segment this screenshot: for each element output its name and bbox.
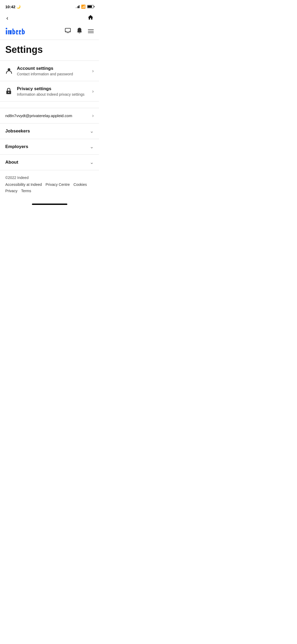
svg-rect-11: [19, 30, 21, 31]
footer-links-row1: Accessibility at Indeed Privacy Centre C…: [5, 182, 94, 187]
account-settings-chevron: ›: [92, 68, 94, 74]
about-item[interactable]: About ⌄: [0, 155, 99, 170]
svg-point-18: [8, 92, 9, 93]
header-row: [0, 25, 99, 40]
messages-icon[interactable]: [65, 27, 71, 35]
lock-icon: [5, 88, 15, 95]
footer-copyright: ©2022 Indeed: [5, 176, 94, 180]
indeed-logo[interactable]: [5, 27, 32, 35]
jobseekers-item[interactable]: Jobseekers ⌄: [0, 123, 99, 139]
email-label: nd8n7vvydt@privaterelay.appleid.com: [5, 113, 72, 118]
privacy-settings-item[interactable]: Privacy settings Information about Indee…: [0, 81, 99, 102]
svg-point-16: [8, 68, 10, 71]
account-settings-title: Account settings: [17, 66, 92, 71]
privacy-settings-content: Privacy settings Information about Indee…: [17, 86, 92, 96]
status-time: 10:42 🌙: [5, 4, 21, 9]
svg-rect-4: [12, 29, 13, 34]
svg-rect-2: [8, 30, 9, 34]
footer: ©2022 Indeed Accessibility at Indeed Pri…: [0, 170, 99, 201]
svg-rect-13: [22, 29, 23, 34]
privacy-settings-subtitle: Information about Indeed privacy setting…: [17, 92, 92, 96]
cookies-link[interactable]: Cookies: [73, 182, 87, 187]
privacy-centre-link[interactable]: Privacy Centre: [46, 182, 70, 187]
moon-icon: 🌙: [16, 5, 21, 9]
status-bar: 10:42 🌙 📶: [0, 0, 99, 12]
jobseekers-label: Jobseekers: [5, 128, 30, 134]
privacy-link[interactable]: Privacy: [5, 189, 17, 193]
employers-chevron: ⌄: [90, 144, 94, 150]
home-indicator: [0, 201, 99, 207]
svg-rect-3: [11, 30, 12, 34]
accessibility-link[interactable]: Accessibility at Indeed: [5, 182, 42, 187]
status-icons: 📶: [76, 4, 94, 9]
about-label: About: [5, 160, 18, 165]
account-settings-item[interactable]: Account settings Contact information and…: [0, 61, 99, 81]
person-icon: [5, 67, 15, 75]
page-title: Settings: [0, 40, 99, 61]
menu-icon[interactable]: [88, 29, 94, 33]
home-button[interactable]: [87, 14, 94, 22]
time-display: 10:42: [5, 4, 15, 9]
account-settings-subtitle: Contact information and password: [17, 72, 92, 76]
employers-item[interactable]: Employers ⌄: [0, 139, 99, 155]
about-chevron: ⌄: [90, 159, 94, 165]
svg-point-1: [6, 28, 7, 29]
employers-label: Employers: [5, 144, 28, 149]
back-button[interactable]: ‹: [5, 14, 9, 23]
home-indicator-bar: [32, 204, 67, 205]
jobseekers-chevron: ⌄: [90, 128, 94, 134]
notifications-icon[interactable]: [76, 27, 83, 35]
privacy-settings-chevron: ›: [92, 89, 94, 94]
svg-rect-8: [16, 34, 18, 34]
battery-icon: [87, 5, 94, 8]
svg-rect-0: [6, 30, 7, 34]
nav-row: ‹: [0, 12, 99, 25]
account-settings-content: Account settings Contact information and…: [17, 66, 92, 76]
email-chevron: ›: [92, 113, 94, 118]
email-item[interactable]: nd8n7vvydt@privaterelay.appleid.com ›: [0, 108, 99, 123]
signal-icon: [76, 5, 79, 8]
header-icons: [65, 27, 94, 35]
svg-rect-12: [19, 34, 21, 34]
footer-links-row2: Privacy Terms: [5, 189, 94, 193]
section-gap: [0, 102, 99, 108]
privacy-settings-title: Privacy settings: [17, 86, 92, 92]
terms-link[interactable]: Terms: [21, 189, 31, 193]
svg-rect-7: [16, 30, 18, 31]
wifi-icon: 📶: [81, 4, 86, 9]
